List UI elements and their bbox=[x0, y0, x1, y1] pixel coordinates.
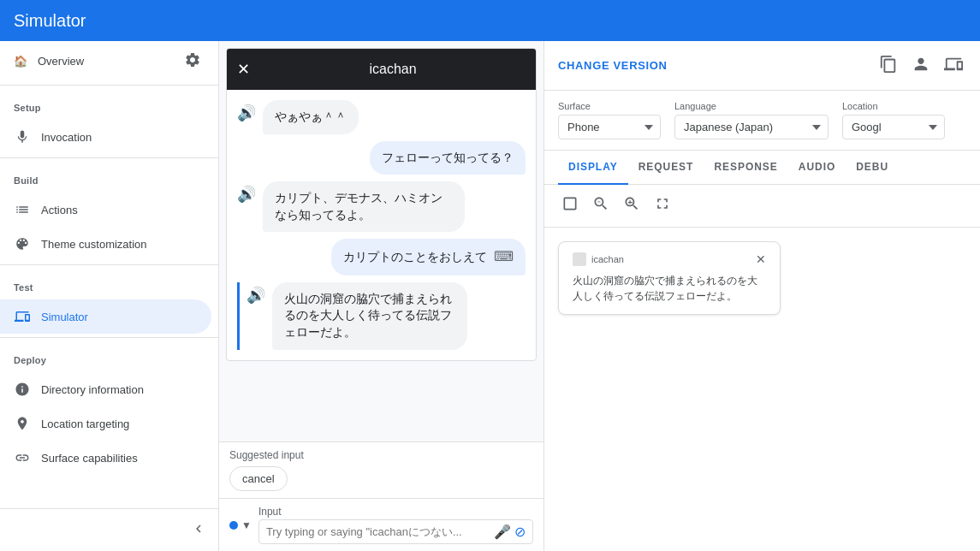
notification-close-button[interactable]: ✕ bbox=[756, 253, 766, 265]
suggested-input-section: Suggested input cancel bbox=[219, 441, 543, 498]
overview-label: Overview bbox=[38, 55, 84, 68]
notif-app-name: icachan bbox=[591, 254, 624, 264]
sidebar-item-actions[interactable]: Actions bbox=[0, 193, 211, 227]
section-deploy: Deploy bbox=[0, 341, 218, 372]
monitor-icon bbox=[944, 55, 963, 74]
main-layout: 🏠 Overview Setup Invocation Build bbox=[0, 41, 980, 551]
phone-close-button[interactable]: ✕ bbox=[237, 60, 250, 79]
app-title: Simulator bbox=[14, 11, 86, 31]
phone-container: ✕ icachan 🔊 やぁやぁ＾＾ フェローって知ってる？ bbox=[219, 41, 543, 441]
language-select[interactable]: Japanese (Japan) bbox=[674, 115, 829, 139]
message-bubble-bot-3: 火山の洞窟の脇穴で捕まえられるのを大人しく待ってる伝説フェローだよ。 bbox=[272, 282, 467, 350]
phone-title: icachan bbox=[260, 62, 526, 77]
tab-debug[interactable]: DEBU bbox=[846, 151, 899, 185]
collapse-sidebar-button[interactable] bbox=[186, 516, 211, 544]
cancel-chip[interactable]: cancel bbox=[229, 466, 288, 491]
person-button[interactable] bbox=[908, 51, 934, 80]
sidebar-item-invocation[interactable]: Invocation bbox=[0, 120, 211, 154]
message-bubble-user-1: フェローって知ってる？ bbox=[370, 141, 526, 175]
overview-row: 🏠 Overview bbox=[0, 41, 218, 81]
sidebar-item-theme[interactable]: Theme customization bbox=[0, 227, 211, 261]
input-area: ▼ Input 🎤 ⊘ bbox=[219, 498, 543, 551]
audio-icon-2[interactable]: 🔊 bbox=[237, 185, 256, 204]
sidebar-item-overview[interactable]: 🏠 Overview bbox=[0, 55, 181, 68]
fullscreen-button[interactable] bbox=[650, 192, 674, 220]
zoom-out-button[interactable] bbox=[589, 192, 613, 220]
surface-select[interactable]: Phone bbox=[558, 115, 661, 139]
dropdown-arrow[interactable]: ▼ bbox=[241, 519, 252, 531]
message-bubble-user-2: カリプトのことをおしえて ⌨ bbox=[331, 239, 526, 275]
list-icon bbox=[14, 201, 31, 218]
simulator-label: Simulator bbox=[41, 311, 88, 323]
message-row: 🔊 やぁやぁ＾＾ bbox=[237, 100, 526, 134]
section-setup: Setup bbox=[0, 89, 218, 120]
audio-icon[interactable]: 🔊 bbox=[237, 104, 256, 122]
section-build: Build bbox=[0, 162, 218, 193]
zoom-in-icon bbox=[623, 195, 640, 212]
zoom-in-button[interactable] bbox=[620, 192, 644, 220]
location-label: Location targeting bbox=[41, 418, 129, 430]
notification-text: 火山の洞窟の脇穴で捕まえられるのを大人しく待ってる伝説フェローだよ。 bbox=[573, 273, 766, 304]
sidebar-item-simulator[interactable]: Simulator bbox=[0, 299, 211, 334]
language-label: Language bbox=[674, 101, 829, 111]
tab-request[interactable]: REQUEST bbox=[628, 151, 704, 185]
actions-label: Actions bbox=[41, 204, 78, 216]
notification-app: icachan bbox=[573, 252, 624, 266]
notif-app-icon bbox=[573, 252, 586, 266]
change-version-button[interactable]: CHANGE VERSION bbox=[558, 59, 668, 72]
fullscreen-icon bbox=[654, 195, 671, 212]
right-panel: CHANGE VERSION Surface bbox=[544, 41, 980, 551]
chat-area: 🔊 やぁやぁ＾＾ フェローって知ってる？ 🔊 カリプト、デモナス、ハミオンなら知… bbox=[227, 90, 536, 360]
audio-icon-3[interactable]: 🔊 bbox=[246, 286, 265, 305]
palette-icon bbox=[14, 235, 31, 252]
notification-card: icachan ✕ 火山の洞窟の脇穴で捕まえられるのを大人しく待ってる伝説フェロ… bbox=[558, 241, 781, 315]
color-dot bbox=[229, 521, 238, 530]
language-group: Language Japanese (Japan) bbox=[674, 101, 829, 139]
tab-response[interactable]: RESPONSE bbox=[704, 151, 787, 185]
surface-group: Surface Phone bbox=[558, 101, 661, 139]
keyboard-icon: ⌨ bbox=[494, 247, 514, 266]
copy-button[interactable] bbox=[876, 51, 901, 80]
frame-button[interactable] bbox=[558, 192, 582, 220]
monitor-button[interactable] bbox=[941, 51, 966, 80]
location-select[interactable]: Googl bbox=[842, 115, 945, 139]
top-bar: Simulator bbox=[0, 0, 980, 41]
notification-header: icachan ✕ bbox=[573, 252, 766, 266]
divider-2 bbox=[0, 157, 218, 158]
message-bubble-bot-1: やぁやぁ＾＾ bbox=[263, 100, 359, 134]
sidebar-bottom bbox=[0, 508, 218, 551]
input-field-container: 🎤 ⊘ bbox=[258, 519, 533, 544]
info-icon bbox=[14, 381, 31, 398]
divider-4 bbox=[0, 337, 218, 338]
tab-audio[interactable]: AUDIO bbox=[788, 151, 846, 185]
directory-label: Directory information bbox=[41, 383, 144, 396]
content-area: ✕ icachan 🔊 やぁやぁ＾＾ フェローって知ってる？ bbox=[219, 41, 980, 551]
toolbar-icons bbox=[876, 51, 966, 80]
suggested-label: Suggested input bbox=[229, 449, 533, 461]
chat-input[interactable] bbox=[266, 525, 490, 538]
phone-header: ✕ icachan bbox=[227, 49, 536, 90]
gear-button[interactable] bbox=[181, 48, 205, 74]
section-test: Test bbox=[0, 269, 218, 299]
display-toolbar bbox=[544, 185, 980, 228]
user-text: カリプトのことをおしえて bbox=[343, 249, 487, 266]
divider-1 bbox=[0, 85, 218, 86]
message-bubble-bot-2: カリプト、デモナス、ハミオンなら知ってるよ。 bbox=[263, 181, 465, 232]
message-row: 🔊 カリプト、デモナス、ハミオンなら知ってるよ。 bbox=[237, 181, 526, 232]
message-row-blue: 🔊 火山の洞窟の脇穴で捕まえられるのを大人しく待ってる伝説フェローだよ。 bbox=[237, 282, 526, 350]
mic-icon bbox=[14, 128, 31, 145]
sidebar-item-directory[interactable]: Directory information bbox=[0, 372, 211, 406]
zoom-out-icon bbox=[592, 195, 609, 212]
sidebar-item-location[interactable]: Location targeting bbox=[0, 406, 211, 441]
mic-input-icon[interactable]: 🎤 bbox=[494, 524, 511, 540]
display-content: icachan ✕ 火山の洞窟の脇穴で捕まえられるのを大人しく待ってる伝説フェロ… bbox=[544, 228, 980, 551]
right-toolbar: CHANGE VERSION bbox=[544, 41, 980, 91]
phone-screen: ✕ icachan 🔊 やぁやぁ＾＾ フェローって知ってる？ bbox=[226, 48, 537, 361]
sidebar-item-surface[interactable]: Surface capabilities bbox=[0, 441, 211, 475]
settings-row: Surface Phone Language Japanese (Japan) … bbox=[544, 91, 980, 151]
block-icon[interactable]: ⊘ bbox=[514, 524, 526, 540]
theme-label: Theme customization bbox=[41, 238, 147, 251]
tab-display[interactable]: DISPLAY bbox=[558, 151, 628, 185]
message-row: カリプトのことをおしえて ⌨ bbox=[237, 239, 526, 275]
link-icon bbox=[14, 449, 31, 466]
